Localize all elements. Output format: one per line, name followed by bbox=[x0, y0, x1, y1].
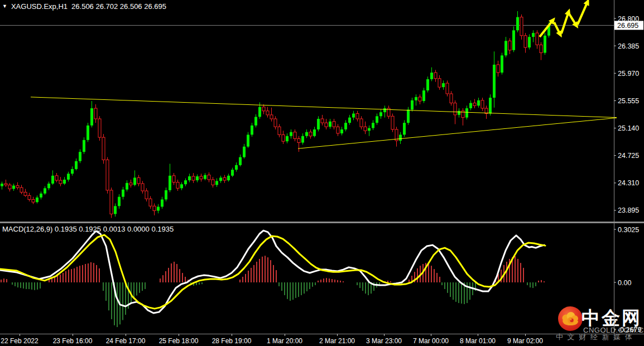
forecast-arrow[interactable] bbox=[569, 14, 575, 24]
candle-bullish bbox=[235, 165, 238, 170]
date-axis-label[interactable]: 28 Feb 19:00 bbox=[212, 337, 252, 345]
macd-histogram-bar bbox=[23, 282, 24, 289]
candle-bullish bbox=[411, 100, 414, 110]
candle-bearish bbox=[212, 180, 214, 185]
date-axis-label[interactable]: 25 Feb 18:00 bbox=[159, 337, 199, 345]
macd-histogram-bar bbox=[93, 263, 94, 282]
candle-bearish bbox=[141, 184, 144, 191]
macd-histogram-bar bbox=[390, 281, 391, 282]
date-axis-label[interactable]: 8 Mar 01:00 bbox=[460, 337, 496, 345]
macd-histogram-bar bbox=[253, 265, 254, 282]
macd-histogram-bar bbox=[362, 282, 363, 291]
candle-bullish bbox=[458, 111, 460, 115]
candle-bullish bbox=[340, 129, 343, 133]
candle-bullish bbox=[442, 83, 445, 87]
trendline[interactable] bbox=[31, 97, 617, 118]
date-axis-label[interactable]: 2 Mar 21:00 bbox=[319, 337, 355, 345]
candle-bearish bbox=[4, 184, 7, 185]
candle-bullish bbox=[251, 126, 253, 135]
macd-histogram-bar bbox=[117, 282, 118, 327]
candle-bearish bbox=[20, 188, 23, 192]
macd-histogram-bar bbox=[469, 282, 470, 300]
price-chart-canvas[interactable]: 26.80026.38525.97025.55525.14024.72524.3… bbox=[0, 0, 644, 346]
macd-histogram-bar bbox=[37, 282, 38, 290]
candle-bearish bbox=[434, 73, 437, 79]
macd-histogram-bar bbox=[461, 282, 462, 304]
candle-bearish bbox=[24, 192, 27, 195]
candle-bearish bbox=[153, 206, 156, 210]
candle-bullish bbox=[40, 194, 42, 198]
candle-bearish bbox=[266, 111, 269, 115]
candle-bullish bbox=[79, 152, 81, 161]
candle-bearish bbox=[364, 127, 367, 131]
trading-chart-window: 中金网 CNGOLD.COM.CN 中 文 财 经 新 媒 体 MACD(12,… bbox=[0, 0, 644, 346]
date-axis-label[interactable]: 24 Feb 17:00 bbox=[106, 337, 146, 345]
candle-bearish bbox=[149, 199, 152, 206]
macd-histogram-bar bbox=[165, 271, 166, 282]
date-axis-label[interactable]: 7 Mar 00:00 bbox=[413, 337, 449, 345]
price-axis-label: 25.140 bbox=[618, 124, 639, 132]
macd-histogram-bar bbox=[530, 282, 531, 287]
price-axis-label: 23.895 bbox=[618, 206, 639, 214]
candle-bullish bbox=[344, 123, 347, 129]
macd-histogram-bar bbox=[160, 278, 161, 282]
macd-histogram-bar bbox=[142, 282, 143, 291]
macd-histogram-bar bbox=[79, 266, 80, 282]
candle-bearish bbox=[129, 183, 132, 185]
date-axis-label[interactable]: 1 Mar 20:00 bbox=[267, 337, 302, 345]
macd-histogram-bar bbox=[467, 282, 468, 303]
date-axis-label[interactable]: 3 Mar 23:00 bbox=[366, 337, 402, 345]
candle-bearish bbox=[419, 97, 421, 101]
macd-histogram-bar bbox=[185, 277, 186, 282]
macd-histogram-bar bbox=[284, 282, 285, 295]
macd-histogram-bar bbox=[171, 263, 172, 282]
macd-histogram-bar bbox=[309, 282, 310, 289]
candle-bullish bbox=[372, 123, 374, 128]
candle-bearish bbox=[321, 119, 324, 123]
candle-bullish bbox=[383, 108, 386, 112]
candle-bullish bbox=[532, 33, 535, 37]
candle-bearish bbox=[536, 33, 539, 45]
candle-bullish bbox=[426, 79, 429, 90]
chart-dropdown-icon[interactable]: ▼ bbox=[2, 3, 7, 10]
candle-bullish bbox=[126, 183, 128, 190]
macd-histogram-bar bbox=[441, 282, 443, 285]
macd-histogram-bar bbox=[323, 278, 324, 282]
macd-histogram-bar bbox=[517, 259, 518, 282]
candle-bearish bbox=[274, 119, 277, 127]
forecast-arrow[interactable] bbox=[578, 4, 587, 25]
candle-bearish bbox=[55, 176, 58, 180]
macd-histogram-bar bbox=[434, 269, 435, 282]
candle-bearish bbox=[28, 195, 31, 199]
candle-bullish bbox=[44, 188, 46, 193]
candle-bearish bbox=[524, 36, 527, 47]
date-axis-label[interactable]: 23 Feb 16:00 bbox=[53, 337, 93, 345]
candle-bullish bbox=[489, 98, 492, 113]
candle-bullish bbox=[118, 197, 121, 206]
macd-histogram-bar bbox=[436, 273, 438, 282]
macd-histogram-bar bbox=[301, 282, 302, 295]
date-axis-label[interactable]: 9 Mar 02:00 bbox=[507, 337, 543, 345]
macd-histogram-bar bbox=[326, 278, 327, 282]
macd-histogram-bar bbox=[71, 269, 72, 282]
macd-histogram-bar bbox=[359, 282, 361, 288]
candle-bullish bbox=[157, 206, 160, 210]
candle-bullish bbox=[36, 198, 39, 202]
candle-bullish bbox=[504, 41, 507, 55]
candle-bullish bbox=[305, 132, 308, 136]
candle-bullish bbox=[516, 17, 519, 31]
macd-histogram-bar bbox=[287, 282, 288, 299]
forecast-arrow[interactable] bbox=[554, 22, 559, 32]
macd-histogram-bar bbox=[262, 257, 263, 282]
chart-title: ▼ XAGUSD.Exp,H1 26.506 26.702 26.506 26.… bbox=[2, 2, 166, 11]
candle-bullish bbox=[122, 190, 124, 197]
panel-separator[interactable] bbox=[0, 222, 644, 223]
date-axis-label[interactable]: 22 Feb 2022 bbox=[1, 337, 39, 345]
candle-bullish bbox=[12, 186, 15, 189]
macd-histogram-bar bbox=[320, 280, 321, 282]
candle-bullish bbox=[258, 107, 261, 117]
forecast-arrow[interactable] bbox=[561, 14, 568, 33]
candle-bullish bbox=[430, 73, 433, 79]
macd-histogram-bar bbox=[329, 278, 330, 282]
candle-bullish bbox=[415, 97, 417, 100]
